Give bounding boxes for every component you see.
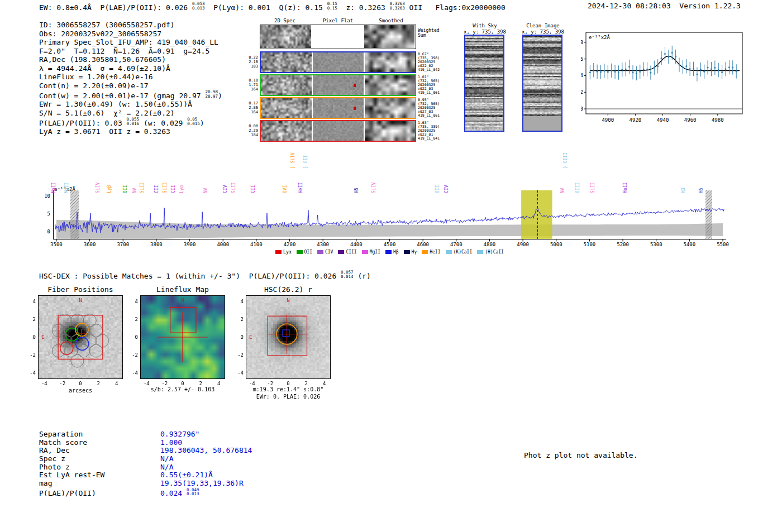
panel-y-tick-label: 4 bbox=[26, 299, 36, 304]
panel-x-tick-label: 2 bbox=[195, 381, 206, 386]
legend-item: CIII bbox=[338, 250, 356, 255]
pixelflat-image bbox=[313, 52, 364, 72]
panel-x-tick-label: -4 bbox=[141, 381, 152, 386]
spec2d-row bbox=[260, 97, 416, 119]
legend-label: CIV bbox=[325, 250, 333, 255]
fit-data-point bbox=[654, 67, 655, 69]
legend-swatch bbox=[446, 250, 452, 254]
east-label: E bbox=[41, 334, 44, 340]
line-fit-plot: 4900492049404960498002468e⁻¹⁷x2Å bbox=[581, 30, 746, 126]
hsc-caption-morphology: m:19.3 re:1.4" s:0.8" bbox=[235, 386, 342, 392]
hsc-match-box bbox=[268, 316, 307, 356]
fit-data-point bbox=[671, 52, 673, 54]
match-table-row: RA, Dec198.306043, 50.676814 bbox=[39, 447, 252, 455]
stacked-uncertainty: 0.0530.013 bbox=[192, 2, 205, 10]
match-table-row: Est LyA rest-EW0.55(±0.21)Å bbox=[39, 471, 252, 480]
spec2d-image bbox=[261, 52, 312, 72]
match-field-value: N/A bbox=[160, 463, 173, 471]
fiber-circle bbox=[96, 334, 109, 347]
spectrum-x-tick-label: 5000 bbox=[549, 242, 564, 247]
emission-line-label: CIV bbox=[444, 185, 450, 193]
fit-x-tick-label: 4940 bbox=[657, 117, 669, 123]
fit-x-tick-label: 4920 bbox=[630, 117, 642, 123]
match-table-row: Separation0.932796" bbox=[39, 430, 252, 439]
fit-data-point bbox=[607, 71, 609, 73]
spec2d-image bbox=[261, 121, 312, 141]
fit-data-point bbox=[632, 71, 634, 73]
emission-line-label: OII bbox=[123, 185, 128, 193]
panel-y-tick-label: 4 bbox=[128, 299, 138, 304]
spectrum-x-tick-label: 3800 bbox=[149, 242, 164, 247]
fit-data-point bbox=[718, 69, 719, 71]
cleanimage-coords: x, y: 735, 398 bbox=[516, 29, 570, 35]
match-table-row: Spec zN/A bbox=[39, 455, 252, 463]
stacked-uncertainty: 0.050.015 bbox=[187, 117, 200, 126]
spec2d-row-left-stats: 0.17 2.86 164 bbox=[244, 101, 258, 114]
spec2d-col-header: Smoothed bbox=[366, 18, 416, 23]
fit-data-point bbox=[711, 68, 712, 70]
match-field-value: 1.000 bbox=[160, 438, 182, 447]
spec2d-row bbox=[260, 25, 416, 49]
emission-line-label: SiII bbox=[140, 183, 145, 193]
fiber-circle bbox=[89, 344, 102, 357]
emission-line-label: CIV bbox=[223, 185, 228, 193]
emission-line-label: } SiIV bbox=[290, 152, 296, 169]
panel-x-tick-label: -2 bbox=[57, 381, 68, 386]
emission-line-label: MgII bbox=[64, 183, 70, 193]
emission-line-label: Hδ bbox=[354, 188, 360, 193]
lineflux-map-title: Lineflux Map bbox=[129, 285, 236, 294]
fit-data-point bbox=[657, 65, 659, 67]
spectrum-x-tick-label: 5200 bbox=[615, 242, 631, 247]
match-field-label: Match score bbox=[39, 439, 160, 447]
fit-data-point bbox=[689, 68, 691, 70]
spec2d-image bbox=[261, 98, 312, 118]
match-field-value: 19.35(19.33,19.36)R bbox=[160, 479, 244, 487]
emission-line-label: OII bbox=[435, 185, 441, 193]
masked-region-hatch bbox=[70, 190, 79, 239]
panel-y-tick-label: 4 bbox=[233, 299, 244, 304]
spectrum-x-tick-label: 3600 bbox=[82, 242, 98, 247]
panel-x-tick-label: 0 bbox=[75, 381, 86, 386]
info-line: EWr = 1.30(±0.49) (w: 1.50(±0.55))Å bbox=[39, 100, 222, 109]
pixelflat-image bbox=[313, 75, 364, 95]
cleanimage-title: Clean Image bbox=[519, 23, 566, 28]
match-field-label: Photo z bbox=[39, 463, 160, 472]
north-label: N bbox=[181, 298, 184, 303]
legend-item: CIV bbox=[317, 250, 333, 255]
info-line: ID: 3006558257 (3006558257.pdf) bbox=[39, 21, 222, 30]
smoothed-image bbox=[365, 75, 415, 95]
north-label: N bbox=[79, 298, 82, 303]
emission-line-label: CII bbox=[171, 185, 177, 193]
panel-y-tick-label: 2 bbox=[233, 317, 244, 322]
fit-data-point bbox=[593, 69, 594, 71]
stacked-uncertainty: 20.9820.97 bbox=[205, 90, 218, 98]
match-field-value: 0.024 0.0490.013 bbox=[160, 489, 199, 497]
spectrum-x-tick-label: 4300 bbox=[315, 242, 331, 247]
spec2d-row-right-info: 1.01" (732, 565) 20200325 v022_03 419_LL… bbox=[418, 75, 440, 95]
fiber-circle bbox=[59, 314, 71, 327]
hsc-r-overlay: NE bbox=[246, 296, 330, 378]
match-field-label: Spec z bbox=[39, 455, 160, 463]
info-line: LineFlux = 1.20(±0.44)e-16 bbox=[39, 73, 222, 82]
fit-data-point bbox=[643, 68, 645, 70]
spec2d-col-header: 2D Spec bbox=[260, 18, 310, 23]
panel-x-tick-label: 4 bbox=[213, 381, 225, 386]
panel-y-tick-label: 2 bbox=[128, 317, 138, 322]
panel-x-tick-label: -2 bbox=[265, 381, 276, 386]
match-field-value: 0.55(±0.21)Å bbox=[160, 471, 213, 479]
full-spectrum-plot bbox=[53, 190, 726, 242]
panel-x-tick-label: 2 bbox=[301, 381, 312, 386]
fit-data-point bbox=[696, 74, 698, 75]
legend-swatch bbox=[338, 250, 344, 254]
smoothed-image bbox=[364, 25, 414, 48]
emission-line-label: HeII bbox=[298, 183, 304, 193]
legend-label: MgII bbox=[370, 250, 380, 255]
fit-plot-border bbox=[586, 32, 742, 114]
emission-line-label: SiII bbox=[231, 183, 237, 193]
smoothed-image bbox=[365, 98, 415, 118]
panel-y-tick-label: 0 bbox=[26, 334, 36, 340]
fit-data-point bbox=[597, 71, 598, 73]
spectrum-x-tick-label: 5300 bbox=[649, 242, 664, 247]
legend-label: HeII bbox=[430, 250, 440, 255]
spec2d-row-left-stats: 0.08 2.29 184 bbox=[244, 124, 258, 137]
